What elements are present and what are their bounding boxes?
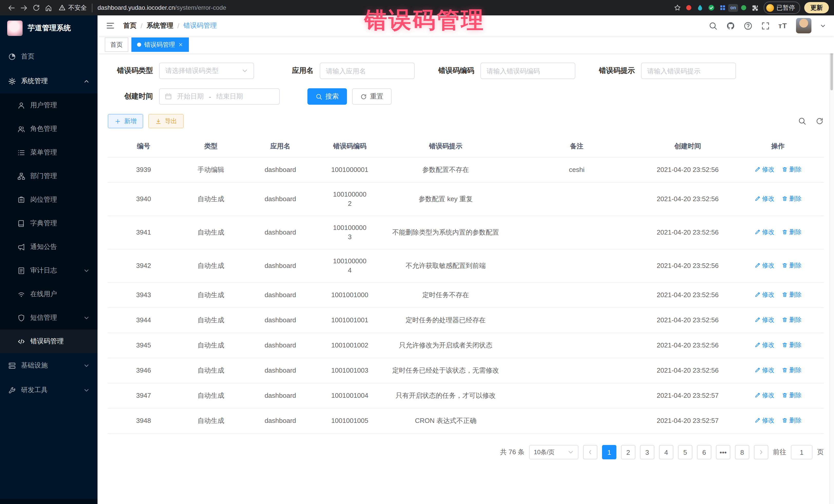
page-size-select[interactable]: 10条/页: [529, 445, 578, 459]
caret-down-icon: [84, 268, 89, 273]
extension-red-icon[interactable]: [683, 2, 695, 13]
browser-update-button[interactable]: 更新: [804, 2, 829, 13]
delete-link[interactable]: 删除: [782, 261, 802, 270]
sidebar-item-notice[interactable]: 通知公告: [0, 235, 97, 259]
page-ellipsis[interactable]: •••: [716, 445, 730, 459]
delete-link[interactable]: 删除: [782, 194, 802, 203]
user-avatar[interactable]: [796, 18, 811, 34]
back-icon[interactable]: [5, 2, 18, 14]
forward-icon[interactable]: [18, 2, 30, 14]
search-button[interactable]: 搜索: [307, 88, 347, 105]
add-button[interactable]: 新增: [108, 114, 143, 128]
delete-link[interactable]: 删除: [782, 366, 802, 375]
toolbar-search-icon[interactable]: [798, 117, 806, 125]
page-button-8[interactable]: 8: [735, 445, 749, 459]
filter-error-msg: 错误码提示: [590, 63, 736, 79]
cell-message: 参数配置 key 重复: [381, 182, 510, 216]
sidebar-item-audit[interactable]: 审计日志: [0, 259, 97, 282]
edit-link[interactable]: 修改: [754, 194, 774, 203]
cell-type: 自动生成: [179, 333, 242, 358]
fullscreen-icon[interactable]: [761, 21, 770, 30]
reload-icon[interactable]: [30, 2, 42, 14]
error-msg-input[interactable]: [641, 63, 736, 79]
page-button-5[interactable]: 5: [678, 445, 692, 459]
sidebar-item-devtools[interactable]: 研发工具: [0, 378, 97, 402]
edit-link[interactable]: 修改: [754, 261, 774, 270]
edit-link[interactable]: 修改: [754, 391, 774, 400]
sidebar-item-home[interactable]: 首页: [0, 44, 97, 69]
avatar-caret-down-icon[interactable]: [820, 23, 826, 28]
browser-home-icon[interactable]: [42, 2, 54, 14]
delete-link[interactable]: 删除: [782, 391, 802, 400]
extension-green-icon[interactable]: [738, 2, 749, 13]
error-code-input[interactable]: [480, 63, 575, 79]
github-icon[interactable]: [726, 21, 735, 30]
extension-on-badge[interactable]: on: [728, 4, 738, 12]
app-name-input[interactable]: [320, 63, 415, 79]
delete-link[interactable]: 删除: [782, 290, 802, 299]
extension-check-icon[interactable]: [706, 2, 717, 13]
sidebar-item-user[interactable]: 用户管理: [0, 93, 97, 117]
edit-link[interactable]: 修改: [754, 165, 774, 174]
sidebar-item-errorcode[interactable]: 错误码管理: [0, 329, 97, 353]
page-button-6[interactable]: 6: [697, 445, 711, 459]
delete-link[interactable]: 删除: [782, 340, 802, 350]
font-size-icon[interactable]: тT: [778, 22, 787, 30]
sidebar-item-dept[interactable]: 部门管理: [0, 164, 97, 188]
sidebar-item-dict[interactable]: 字典管理: [0, 212, 97, 235]
plus-icon: [114, 118, 121, 125]
breadcrumb-item[interactable]: 首页: [123, 21, 136, 30]
edit-link[interactable]: 修改: [754, 416, 774, 425]
sidebar-item-post[interactable]: 岗位管理: [0, 188, 97, 212]
prev-page-button[interactable]: [583, 445, 597, 459]
toolbar-refresh-icon[interactable]: [815, 117, 824, 125]
sidebar-item-label: 字典管理: [30, 219, 89, 228]
delete-link[interactable]: 删除: [782, 227, 802, 237]
extension-grid-icon[interactable]: [717, 2, 728, 13]
address-bar[interactable]: dashboard.yudao.iocoder.cn /system/error…: [97, 4, 226, 11]
page-button-1[interactable]: 1: [602, 445, 616, 459]
hamburger-icon[interactable]: [106, 21, 115, 30]
page-button-3[interactable]: 3: [640, 445, 654, 459]
help-icon[interactable]: [743, 21, 752, 30]
error-type-select[interactable]: 请选择错误码类型: [159, 63, 254, 79]
date-range-picker[interactable]: 开始日期 - 结束日期: [159, 88, 280, 105]
delete-link[interactable]: 删除: [782, 315, 802, 324]
page-scrollbar[interactable]: [829, 15, 834, 504]
sidebar-item-menu[interactable]: 菜单管理: [0, 140, 97, 164]
tab-errorcode[interactable]: 错误码管理: [131, 38, 189, 52]
edit-link[interactable]: 修改: [754, 290, 774, 299]
sidebar-item-sms[interactable]: 短信管理: [0, 306, 97, 329]
extensions-puzzle-icon[interactable]: [749, 2, 761, 13]
page-button-4[interactable]: 4: [659, 445, 673, 459]
edit-link[interactable]: 修改: [754, 340, 774, 350]
sidebar-collapse-bar[interactable]: [0, 499, 97, 504]
close-icon[interactable]: [178, 42, 183, 47]
cell-id: 3946: [108, 358, 179, 383]
extension-drop-icon[interactable]: [695, 2, 706, 13]
sidebar-item-infra[interactable]: 基础设施: [0, 353, 97, 378]
profile-avatar-icon: [766, 4, 774, 12]
reset-button[interactable]: 重置: [352, 88, 392, 105]
edit-link[interactable]: 修改: [754, 227, 774, 237]
bookmark-star-icon[interactable]: [672, 2, 683, 13]
edit-link[interactable]: 修改: [754, 366, 774, 375]
sidebar-item-online[interactable]: 在线用户: [0, 282, 97, 306]
app-logo[interactable]: 芋道管理系统: [0, 15, 97, 41]
sidebar-item-role[interactable]: 角色管理: [0, 117, 97, 140]
profile-paused-badge[interactable]: 已暂停: [764, 2, 800, 14]
edit-link[interactable]: 修改: [754, 315, 774, 324]
delete-link[interactable]: 删除: [782, 165, 802, 174]
sidebar-item-system[interactable]: 系统管理: [0, 69, 97, 93]
page-button-2[interactable]: 2: [621, 445, 635, 459]
export-button[interactable]: 导出: [148, 114, 184, 128]
tab-home[interactable]: 首页: [105, 38, 128, 52]
goto-page-input[interactable]: [791, 445, 812, 459]
sidebar-item-label: 研发工具: [21, 386, 79, 395]
next-page-button[interactable]: [754, 445, 768, 459]
delete-link[interactable]: 删除: [782, 416, 802, 425]
breadcrumb-item[interactable]: 系统管理: [147, 21, 173, 30]
search-icon[interactable]: [708, 21, 717, 30]
sidebar-item-label: 用户管理: [30, 101, 89, 110]
site-security-indicator[interactable]: 不安全: [59, 3, 92, 12]
